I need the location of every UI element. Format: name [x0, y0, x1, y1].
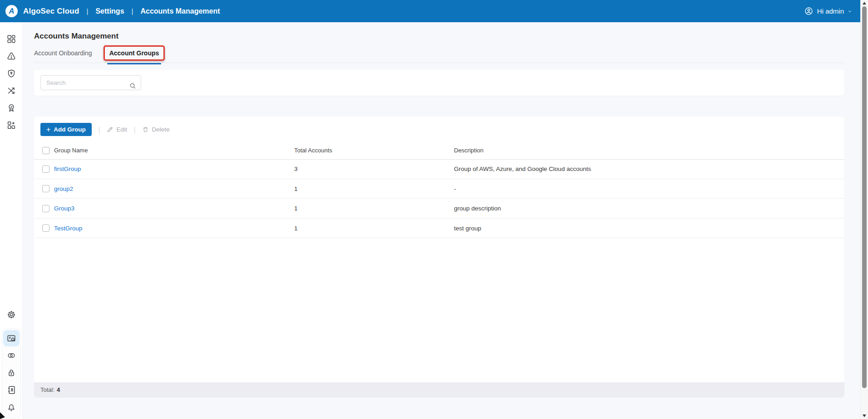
sidebar-item-add-widgets[interactable]: [3, 117, 20, 133]
toolbar-separator: |: [99, 126, 100, 133]
logo-letter: A: [9, 7, 14, 16]
sidebar-item-settings[interactable]: [3, 307, 20, 323]
groups-toolbar: + Add Group | Edit |: [34, 117, 844, 141]
nav-accounts-management[interactable]: Accounts Management: [140, 7, 220, 15]
search-card: [34, 70, 844, 96]
groups-table: Group Name Total Accounts Description fi…: [34, 141, 844, 238]
lock-icon: [6, 368, 16, 378]
edit-button[interactable]: Edit: [107, 126, 127, 133]
description-cell: group description: [454, 199, 844, 218]
user-greeting: Hi admin: [817, 7, 844, 15]
security-shield-icon: [6, 68, 16, 78]
col-group-name[interactable]: Group Name: [54, 141, 294, 159]
col-description[interactable]: Description: [454, 141, 844, 159]
total-accounts-cell: 1: [294, 179, 454, 199]
trash-icon: [142, 126, 149, 133]
sidebar-item-security[interactable]: [3, 65, 20, 82]
toolbar-separator: |: [134, 126, 136, 133]
main-content: Accounts Management Account Onboarding A…: [23, 22, 860, 419]
tabs-row: Account Onboarding Account Groups: [34, 49, 844, 63]
settings-gear-icon: [6, 310, 16, 320]
dashboard-icon: [6, 34, 16, 44]
edit-label: Edit: [116, 126, 127, 133]
sidebar-item-risks[interactable]: [3, 48, 20, 64]
nav-settings[interactable]: Settings: [95, 7, 124, 15]
scrollbar-thumb[interactable]: [862, 6, 867, 388]
mouse-cursor: [0, 409, 7, 419]
add-group-button[interactable]: + Add Group: [40, 123, 92, 136]
search-input[interactable]: [40, 75, 141, 90]
sidebar-item-accounts-management[interactable]: [3, 330, 20, 346]
page-title: Accounts Management: [34, 32, 844, 41]
tab-account-groups[interactable]: Account Groups: [109, 49, 159, 57]
plus-icon: +: [46, 126, 50, 133]
nav-separator: |: [87, 7, 89, 15]
groups-card: + Add Group | Edit |: [34, 117, 844, 397]
sidebar-item-compliance[interactable]: [3, 100, 20, 116]
user-circle-icon: [804, 6, 814, 16]
group-name-link[interactable]: TestGroup: [54, 225, 82, 232]
add-group-label: Add Group: [54, 126, 86, 133]
group-name-link[interactable]: Group3: [54, 205, 74, 212]
nav-separator: |: [132, 7, 133, 15]
tab-account-onboarding[interactable]: Account Onboarding: [34, 49, 92, 57]
compliance-badge-icon: [6, 103, 16, 113]
table-row: TestGroup 1 test group: [34, 218, 844, 238]
row-checkbox[interactable]: [42, 205, 49, 212]
total-accounts-cell: 1: [294, 199, 454, 218]
table-header-row: Group Name Total Accounts Description: [34, 141, 844, 159]
table-row: Group3 1 group description: [34, 199, 844, 218]
chevron-down-icon: [848, 9, 852, 14]
user-menu[interactable]: Hi admin: [804, 6, 852, 16]
sidebar-tools-group: [2, 328, 21, 418]
description-cell: -: [454, 179, 844, 199]
notifications-bell-icon: [6, 402, 16, 412]
sidebar-item-lock[interactable]: [3, 365, 20, 381]
brand-title: AlgoSec Cloud: [23, 7, 79, 16]
row-checkbox[interactable]: [42, 224, 49, 232]
sidebar-bottom-group: [2, 307, 21, 419]
table-row: firstGroup 3 Group of AWS, Azure, and Go…: [34, 159, 844, 179]
risk-alert-icon: [6, 51, 16, 61]
select-all-checkbox[interactable]: [42, 147, 49, 154]
add-widgets-icon: [6, 120, 16, 130]
scroll-down-arrow-icon[interactable]: [863, 414, 866, 417]
delete-button[interactable]: Delete: [142, 126, 169, 133]
sidebar-item-traffic[interactable]: [3, 83, 20, 99]
delete-label: Delete: [152, 126, 169, 133]
total-accounts-cell: 1: [294, 218, 454, 238]
row-checkbox[interactable]: [42, 185, 49, 192]
connections-icon: [6, 351, 16, 361]
algosec-logo-icon: A: [5, 5, 18, 17]
scroll-up-arrow-icon[interactable]: [863, 2, 866, 5]
tab-account-groups-label: Account Groups: [109, 49, 159, 57]
search-field-wrap: [40, 78, 141, 86]
sidebar-item-logbook[interactable]: [3, 382, 20, 398]
traffic-arrows-icon: [6, 86, 16, 96]
left-sidebar: [0, 22, 23, 419]
total-value: 4: [57, 386, 60, 393]
table-row: group2 1 -: [34, 179, 844, 199]
red-annotation-box: Account Groups: [104, 45, 165, 61]
description-cell: Group of AWS, Azure, and Google Cloud ac…: [454, 159, 844, 179]
group-name-link[interactable]: firstGroup: [54, 166, 81, 172]
description-cell: test group: [454, 218, 844, 238]
table-footer: Total: 4: [34, 382, 844, 397]
sidebar-item-dashboard[interactable]: [3, 31, 20, 47]
top-bar: A AlgoSec Cloud | Settings | Accounts Ma…: [0, 0, 860, 22]
sidebar-item-connections[interactable]: [3, 347, 20, 364]
total-accounts-cell: 3: [294, 159, 454, 179]
col-total-accounts[interactable]: Total Accounts: [294, 141, 454, 159]
group-name-link[interactable]: group2: [54, 185, 73, 192]
pencil-icon: [107, 126, 113, 133]
vertical-scrollbar[interactable]: [860, 0, 868, 419]
app-window: A AlgoSec Cloud | Settings | Accounts Ma…: [0, 0, 868, 419]
accounts-management-icon: [6, 333, 16, 343]
total-label: Total:: [40, 386, 54, 393]
search-icon[interactable]: [129, 82, 137, 90]
logbook-icon: [6, 385, 16, 395]
row-checkbox[interactable]: [42, 166, 49, 173]
